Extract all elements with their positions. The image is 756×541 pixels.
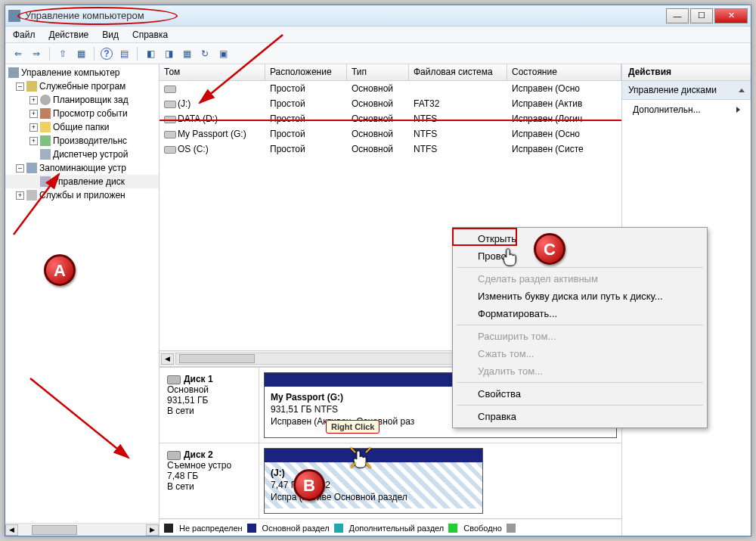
annotation-badge-a: A [44,254,76,286]
vol-fs: NTFS [409,113,507,124]
tree-devmgr[interactable]: Диспетчер устрой [5,148,159,161]
tree-diskmgmt[interactable]: Управление диск [5,175,159,188]
col-fs[interactable]: Файловая система [409,64,507,80]
menu-action[interactable]: Действие [49,30,89,40]
tb-icon-5[interactable]: ▣ [216,47,230,61]
svg-line-3 [351,448,355,452]
menubar: Файл Действие Вид Справка [5,26,751,43]
tree-events-label: Просмотр событи [53,108,128,119]
tree-tools[interactable]: –Служебные програм [5,79,159,93]
vol-layout: Простой [265,129,347,139]
legend-extended: Дополнительный раздел [349,524,445,533]
ctx-open[interactable]: Открыть [455,230,705,247]
close-button[interactable]: ✕ [714,8,748,23]
vol-fs: NTFS [409,144,507,154]
menu-file[interactable]: Файл [13,30,36,40]
vol-type: Основной [347,129,409,139]
toolbar: ⇐ ⇒ ⇧ ▦ ? ▤ ◧ ◨ ▦ ↻ ▣ [5,43,751,64]
properties-button[interactable]: ▦ [74,47,88,61]
app-icon [8,10,20,22]
collapse-icon [739,89,745,92]
disk-icon [167,451,181,460]
vol-state: Исправен (Осно [507,83,621,94]
tree-services[interactable]: +Службы и приложен [5,188,159,202]
vol-state: Исправен (Осно [507,129,621,139]
ctx-delete: Удалить том... [455,362,705,380]
disk-status: В сети [167,481,251,492]
up-button[interactable]: ⇧ [56,47,70,61]
refresh-icon[interactable]: ↻ [198,47,212,61]
disk-label[interactable]: Диск 2 Съемное устро 7,48 ГБ В сети [160,443,259,518]
volume-row[interactable]: Простой Основной Исправен (Осно [160,81,621,96]
tree-scheduler-label: Планировщик зад [53,95,129,105]
vol-type: Основной [347,83,409,94]
tree-perf[interactable]: +Производительнс [5,134,159,148]
vol-state: Исправен (Систе [507,144,621,154]
volume-row[interactable]: (J:) Простой Основной FAT32 Исправен (Ак… [160,96,621,111]
tb-icon-3[interactable]: ▦ [180,47,194,61]
tree-folders[interactable]: +Общие папки [5,120,159,134]
disk-size: 931,51 ГБ [167,395,251,406]
partition-header [265,449,482,462]
disk-icon [167,375,181,384]
actions-more[interactable]: Дополнительн... [622,100,751,120]
tree-storage-label: Запоминающие устр [39,163,126,173]
tree-hscroll[interactable]: ◀ ▶ [5,523,159,536]
volume-icon [164,131,176,138]
volume-row[interactable]: My Passport (G:) Простой Основной NTFS И… [160,126,621,141]
vol-name: DATA (D:) [178,113,218,124]
annotation-badge-c: C [534,233,565,265]
tb-icon-2[interactable]: ◨ [162,47,175,61]
actions-section[interactable]: Управление дисками [622,81,751,100]
cursor-hand-icon [352,449,369,469]
help-button[interactable]: ? [101,48,113,60]
ctx-separator [457,267,703,268]
tree-diskmgmt-label: Управление диск [53,176,125,187]
col-type[interactable]: Тип [347,64,409,80]
tb-icon-1[interactable]: ◧ [144,47,157,61]
scroll-left-icon[interactable]: ◀ [161,353,174,365]
actions-section-label: Управление дисками [628,85,717,95]
vol-fs: FAT32 [409,98,507,109]
svg-line-6 [366,463,370,468]
window-title: Управление компьютером [25,10,144,21]
legend-primary: Основной раздел [262,524,330,533]
back-button[interactable]: ⇐ [11,47,25,61]
tree-events[interactable]: +Просмотр событи [5,107,159,120]
view-button[interactable]: ▤ [117,47,131,61]
minimize-button[interactable]: — [666,8,689,23]
vol-type: Основной [347,144,409,154]
menu-help[interactable]: Справка [132,30,168,40]
svg-line-4 [366,448,370,452]
ctx-format[interactable]: Форматировать... [455,305,705,322]
vol-name: My Passport (G:) [178,129,246,139]
col-layout[interactable]: Расположение [265,64,347,80]
disk-label[interactable]: Диск 1 Основной 931,51 ГБ В сети [160,368,259,443]
forward-button[interactable]: ⇒ [29,47,43,61]
col-volume[interactable]: Том [160,64,265,80]
ctx-help[interactable]: Справка [455,408,705,425]
tree-root[interactable]: Управление компьютер [5,66,159,79]
vol-state: Исправен (Актив [507,98,621,109]
vol-layout: Простой [265,83,347,94]
ctx-properties[interactable]: Свойства [455,385,705,403]
scroll-right-icon[interactable]: ▶ [146,524,159,536]
scroll-thumb[interactable] [32,525,77,535]
tree-scheduler[interactable]: +Планировщик зад [5,93,159,107]
menu-view[interactable]: Вид [102,30,119,40]
legend-unalloc: Не распределен [179,524,243,533]
col-state[interactable]: Состояние [507,64,621,80]
scroll-thumb[interactable] [179,354,255,363]
scroll-left-icon[interactable]: ◀ [5,524,18,536]
volume-icon [164,146,176,154]
legend-swatch-extended [334,524,343,533]
titlebar: Управление компьютером — ☐ ✕ [5,5,751,26]
vol-name: (J:) [178,98,191,109]
volume-row[interactable]: DATA (D:) Простой Основной NTFS Исправен… [160,111,621,126]
ctx-explorer[interactable]: Провод [455,247,705,265]
ctx-change-letter[interactable]: Изменить букву диска или путь к диску... [455,288,705,305]
tree-storage[interactable]: –Запоминающие устр [5,161,159,175]
maximize-button[interactable]: ☐ [690,8,713,23]
volume-row[interactable]: OS (C:) Простой Основной NTFS Исправен (… [160,141,621,157]
tree-devmgr-label: Диспетчер устрой [53,149,128,160]
